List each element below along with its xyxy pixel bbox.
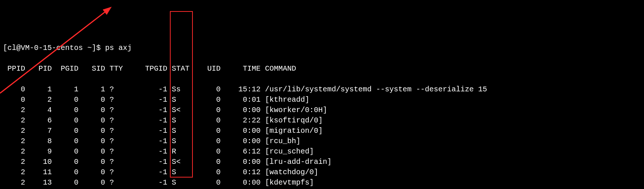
- table-row: 0200?-1S00:01[kthreadd]: [3, 95, 644, 105]
- cell-uid: 0: [194, 146, 221, 157]
- cell-stat: S: [167, 115, 194, 126]
- cell-uid: 0: [194, 95, 221, 105]
- cell-time: 15:12: [221, 84, 261, 95]
- cell-tpgid: -1: [127, 146, 167, 157]
- cell-pid: 2: [25, 95, 52, 105]
- cell-pid: 6: [25, 115, 52, 126]
- prompt-line: [cl@VM-0-15-centos ~]$ ps axj: [3, 43, 644, 53]
- rows-container: 0111?-1Ss015:12/usr/lib/systemd/systemd …: [3, 84, 644, 189]
- table-row: 2900?-1R06:12[rcu_sched]: [3, 146, 644, 157]
- hdr-command: COMMAND: [261, 64, 296, 74]
- cell-command: /usr/lib/systemd/systemd --system --dese…: [261, 84, 487, 95]
- cell-uid: 0: [194, 167, 221, 178]
- cell-time: 2:22: [221, 115, 261, 126]
- cell-time: 6:12: [221, 146, 261, 157]
- cell-ppid: 0: [3, 84, 25, 95]
- cell-pgid: 0: [52, 95, 78, 105]
- cell-sid: 0: [78, 115, 105, 126]
- hdr-uid: UID: [194, 64, 221, 74]
- cell-ppid: 2: [3, 178, 25, 188]
- cell-time: 0:12: [221, 167, 261, 178]
- cell-command: [lru-add-drain]: [261, 157, 332, 167]
- cell-command: [kworker/0:0H]: [261, 105, 327, 115]
- cell-ppid: 2: [3, 167, 25, 178]
- cell-command: [ksoftirqd/0]: [261, 115, 323, 126]
- cell-stat: R: [167, 146, 194, 157]
- cell-pgid: 0: [52, 167, 78, 178]
- cell-pgid: 0: [52, 136, 78, 146]
- cell-tty: ?: [105, 146, 127, 157]
- cell-ppid: 2: [3, 126, 25, 136]
- cell-pgid: 0: [52, 178, 78, 188]
- cell-sid: 0: [78, 136, 105, 146]
- cell-sid: 1: [78, 84, 105, 95]
- header-row: PPIDPIDPGIDSIDTTYTPGIDSTATUIDTIMECOMMAND: [3, 64, 644, 74]
- cell-stat: S: [167, 95, 194, 105]
- cell-stat: S<: [167, 157, 194, 167]
- cell-tpgid: -1: [127, 126, 167, 136]
- cell-ppid: 2: [3, 136, 25, 146]
- cell-sid: 0: [78, 126, 105, 136]
- hdr-time: TIME: [221, 64, 261, 74]
- cell-sid: 0: [78, 178, 105, 188]
- cell-uid: 0: [194, 115, 221, 126]
- cell-uid: 0: [194, 126, 221, 136]
- cell-time: 0:00: [221, 136, 261, 146]
- cell-tpgid: -1: [127, 136, 167, 146]
- cell-ppid: 2: [3, 146, 25, 157]
- cell-tty: ?: [105, 136, 127, 146]
- cell-command: [migration/0]: [261, 126, 323, 136]
- cell-tty: ?: [105, 157, 127, 167]
- cell-tpgid: -1: [127, 105, 167, 115]
- cell-ppid: 2: [3, 105, 25, 115]
- cell-tty: ?: [105, 126, 127, 136]
- cell-tpgid: -1: [127, 115, 167, 126]
- cell-time: 0:00: [221, 126, 261, 136]
- cell-time: 0:00: [221, 178, 261, 188]
- hdr-stat: STAT: [167, 64, 194, 74]
- cell-sid: 0: [78, 146, 105, 157]
- cell-uid: 0: [194, 136, 221, 146]
- cell-pgid: 0: [52, 126, 78, 136]
- hdr-ppid: PPID: [3, 64, 25, 74]
- table-row: 0111?-1Ss015:12/usr/lib/systemd/systemd …: [3, 84, 644, 95]
- cell-uid: 0: [194, 105, 221, 115]
- cell-pid: 1: [25, 84, 52, 95]
- cell-stat: S: [167, 126, 194, 136]
- cell-sid: 0: [78, 95, 105, 105]
- cell-pid: 7: [25, 126, 52, 136]
- cell-uid: 0: [194, 157, 221, 167]
- cell-tpgid: -1: [127, 178, 167, 188]
- cell-sid: 0: [78, 157, 105, 167]
- prompt-command: ps axj: [105, 44, 132, 52]
- cell-ppid: 0: [3, 95, 25, 105]
- cell-tty: ?: [105, 167, 127, 178]
- hdr-pid: PID: [25, 64, 52, 74]
- cell-stat: S: [167, 178, 194, 188]
- cell-tpgid: -1: [127, 157, 167, 167]
- cell-command: [kdevtmpfs]: [261, 178, 314, 188]
- cell-command: [rcu_sched]: [261, 146, 314, 157]
- cell-pgid: 0: [52, 105, 78, 115]
- cell-tpgid: -1: [127, 167, 167, 178]
- cell-command: [rcu_bh]: [261, 136, 301, 146]
- table-row: 2700?-1S00:00[migration/0]: [3, 126, 644, 136]
- cell-time: 0:00: [221, 157, 261, 167]
- table-row: 21100?-1S00:12[watchdog/0]: [3, 167, 644, 178]
- cell-tty: ?: [105, 84, 127, 95]
- cell-time: 0:01: [221, 95, 261, 105]
- cell-uid: 0: [194, 178, 221, 188]
- cell-sid: 0: [78, 105, 105, 115]
- cell-tty: ?: [105, 105, 127, 115]
- cell-stat: S<: [167, 105, 194, 115]
- cell-pgid: 0: [52, 146, 78, 157]
- table-row: 2600?-1S02:22[ksoftirqd/0]: [3, 115, 644, 126]
- cell-pid: 10: [25, 157, 52, 167]
- cell-command: [kthreadd]: [261, 95, 309, 105]
- hdr-tty: TTY: [105, 64, 127, 74]
- cell-tty: ?: [105, 115, 127, 126]
- cell-ppid: 2: [3, 115, 25, 126]
- table-row: 2400?-1S<00:00[kworker/0:0H]: [3, 105, 644, 115]
- prompt-user-host: [cl@VM-0-15-centos ~]$: [3, 44, 105, 52]
- cell-pgid: 1: [52, 84, 78, 95]
